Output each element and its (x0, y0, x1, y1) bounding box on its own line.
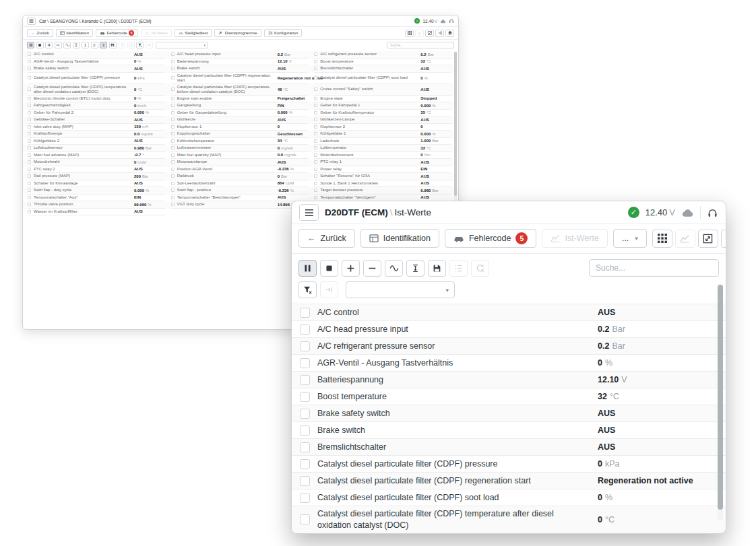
row-checkbox[interactable] (28, 160, 31, 164)
list-item[interactable]: Batteriespannung12.10V (292, 372, 726, 388)
cloud-icon[interactable] (681, 208, 694, 217)
row-checkbox[interactable] (171, 125, 175, 129)
scrollbar-track[interactable] (454, 51, 457, 207)
list-item[interactable]: PTC relay 2AUS (28, 166, 165, 174)
row-checkbox[interactable] (314, 146, 317, 149)
list-item[interactable]: Catalyst diesel particulate filter (CDPF… (292, 506, 726, 534)
list-item[interactable]: GangstellungP/N (171, 102, 309, 110)
list-item[interactable]: Throttle valve position99.960% (28, 201, 165, 209)
row-checkbox[interactable] (300, 392, 310, 402)
row-checkbox[interactable] (28, 76, 31, 79)
row-checkbox[interactable] (314, 67, 317, 70)
pause-button[interactable] (27, 42, 34, 48)
filter-dropdown[interactable]: ▾ (156, 42, 208, 48)
row-checkbox[interactable] (28, 97, 31, 100)
list-item[interactable]: Geber für Fahrpedal 10.000% (314, 102, 451, 110)
row-checkbox[interactable] (171, 153, 175, 157)
list-item[interactable]: A/C controlAUS (28, 51, 165, 59)
identifikation-button[interactable]: Identifikation (56, 29, 93, 37)
row-checkbox[interactable] (171, 118, 175, 121)
list-item[interactable]: Motordrehmoment0Nm (314, 152, 451, 160)
cloud-icon[interactable] (440, 19, 446, 24)
row-checkbox[interactable] (28, 118, 31, 121)
filter-dropdown[interactable]: ▾ (346, 281, 455, 298)
identifikation-button[interactable]: Identifikation (360, 229, 439, 248)
list-item[interactable]: Kühlgebläse 10.000% (314, 131, 451, 138)
import-icon[interactable] (435, 30, 444, 37)
list-item[interactable]: Kraftstoffmenge0.0mg/stk (28, 131, 165, 138)
list-item[interactable]: Soll-Leerlaufdrehzahl864UpM (171, 180, 309, 188)
list-item[interactable]: Raildruck0Bar (171, 173, 309, 180)
list-item[interactable]: VGT duty cycle14.896% (171, 201, 309, 209)
filter-clear-button[interactable] (298, 281, 317, 298)
list-item[interactable]: Kühlgebläse 2AUS (28, 138, 165, 145)
filter-clear-button[interactable] (136, 42, 144, 48)
row-checkbox[interactable] (28, 132, 31, 135)
list-button[interactable] (118, 42, 125, 48)
row-checkbox[interactable] (314, 196, 317, 199)
list-item[interactable]: Motordrehzahl0UpM (28, 159, 165, 166)
list-item[interactable]: Boost temperature32°C (314, 59, 451, 66)
list-item[interactable]: KupplungsschalterGeschlossen (171, 131, 309, 138)
row-checkbox[interactable] (28, 153, 31, 157)
row-checkbox[interactable] (314, 60, 317, 63)
print-icon[interactable] (445, 30, 454, 37)
range-button[interactable] (73, 42, 80, 48)
stop-button[interactable] (36, 42, 44, 48)
list-item[interactable]: Inlet valve duty (MAP)150mA (28, 124, 165, 131)
row-checkbox[interactable] (171, 182, 175, 185)
search-input[interactable] (589, 259, 719, 277)
row-checkbox[interactable] (171, 104, 175, 107)
list-item[interactable]: BremslichtschalterAUS (292, 439, 726, 456)
chart-view-icon[interactable] (675, 230, 695, 248)
row-checkbox[interactable] (314, 153, 317, 157)
list-item[interactable]: GlühkerzeAUS (171, 116, 309, 124)
back-button[interactable]: ←Zurück (27, 29, 53, 37)
list-item[interactable]: Catalyst diesel particulate filter (CDPF… (171, 73, 309, 84)
row-checkbox[interactable] (171, 189, 175, 192)
list-item[interactable]: Catalyst diesel particulate filter (CDPF… (171, 84, 309, 96)
pause-button[interactable] (298, 260, 317, 277)
row-checkbox[interactable] (300, 459, 310, 469)
list-item[interactable]: BremslichtschalterAUS (314, 65, 451, 73)
list-item[interactable]: Geber für Kraftstofftemperatur35°C (314, 110, 451, 117)
list-item[interactable]: PTC relay 1AUS (314, 159, 451, 166)
list-item[interactable]: MotorwarnlampeAUS (171, 159, 309, 166)
row-checkbox[interactable] (314, 118, 317, 121)
list-item[interactable]: Engine stateStopped (314, 96, 451, 103)
list-button[interactable] (449, 260, 468, 277)
row-checkbox[interactable] (300, 308, 310, 318)
list-item[interactable]: AGR-Ventil - Ausgang Tastverhältnis0% (292, 355, 726, 372)
list-item[interactable]: Geber für Fahrpedal 20.000% (28, 110, 165, 117)
view-2-button[interactable]: 2 (91, 42, 98, 48)
view-1-button[interactable]: 1 (82, 42, 89, 48)
row-checkbox[interactable] (171, 111, 175, 114)
scrollbar-thumb[interactable] (454, 52, 457, 196)
row-checkbox[interactable] (171, 139, 175, 143)
list-item[interactable]: Gebläse-SchalterAUS (28, 116, 165, 124)
row-checkbox[interactable] (300, 514, 310, 524)
list-item[interactable]: Power relayEIN (314, 166, 451, 174)
list-item[interactable]: Geber für Gaspedalstellung0.000% (171, 110, 309, 117)
row-checkbox[interactable] (314, 97, 317, 100)
range-button[interactable] (406, 260, 424, 277)
row-checkbox[interactable] (314, 168, 317, 171)
row-checkbox[interactable] (28, 182, 31, 185)
list-item[interactable]: Main fuel advance (MAP)-0.7° (28, 152, 165, 160)
list-item[interactable]: Swirl flap - duty cycle0.000% (28, 187, 165, 195)
row-checkbox[interactable] (28, 53, 31, 56)
list-item[interactable]: Schalter für KlimaanlageAUS (28, 180, 165, 188)
list-item[interactable]: Klopfsensor 20 (314, 124, 451, 131)
list-item[interactable]: A/C head pressure input0.2Bar (292, 321, 726, 338)
row-checkbox[interactable] (28, 203, 31, 206)
headset-icon[interactable] (707, 207, 718, 218)
row-checkbox[interactable] (171, 146, 175, 149)
row-checkbox[interactable] (28, 125, 31, 129)
row-checkbox[interactable] (300, 425, 310, 436)
row-checkbox[interactable] (28, 196, 31, 199)
chart-view-icon[interactable] (415, 30, 424, 37)
istwerte-button[interactable]: Ist-Werte (542, 229, 607, 248)
row-checkbox[interactable] (314, 111, 317, 114)
list-item[interactable]: Tempomatschalter "Beschleunigen"AUS (171, 195, 309, 202)
row-checkbox[interactable] (300, 375, 310, 385)
